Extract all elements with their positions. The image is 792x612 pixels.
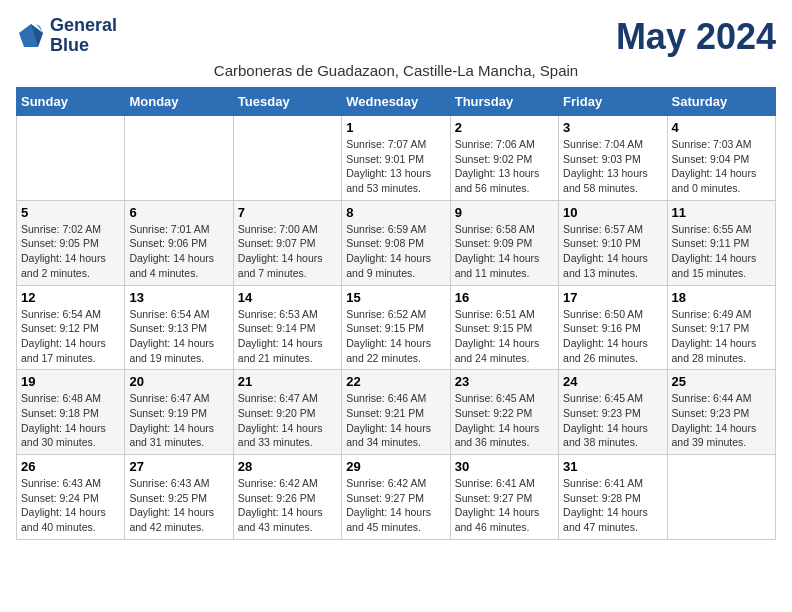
calendar-day-cell: 15Sunrise: 6:52 AM Sunset: 9:15 PM Dayli… xyxy=(342,285,450,370)
calendar-day-cell: 3Sunrise: 7:04 AM Sunset: 9:03 PM Daylig… xyxy=(559,116,667,201)
calendar-day-cell: 13Sunrise: 6:54 AM Sunset: 9:13 PM Dayli… xyxy=(125,285,233,370)
day-number: 4 xyxy=(672,120,771,135)
day-info: Sunrise: 6:57 AM Sunset: 9:10 PM Dayligh… xyxy=(563,222,662,281)
calendar-week-row: 26Sunrise: 6:43 AM Sunset: 9:24 PM Dayli… xyxy=(17,455,776,540)
day-number: 28 xyxy=(238,459,337,474)
weekday-header-row: SundayMondayTuesdayWednesdayThursdayFrid… xyxy=(17,88,776,116)
calendar-day-cell: 21Sunrise: 6:47 AM Sunset: 9:20 PM Dayli… xyxy=(233,370,341,455)
day-info: Sunrise: 6:43 AM Sunset: 9:24 PM Dayligh… xyxy=(21,476,120,535)
day-info: Sunrise: 6:54 AM Sunset: 9:12 PM Dayligh… xyxy=(21,307,120,366)
day-number: 7 xyxy=(238,205,337,220)
page-header: General Blue May 2024 xyxy=(16,16,776,58)
calendar-day-cell: 10Sunrise: 6:57 AM Sunset: 9:10 PM Dayli… xyxy=(559,200,667,285)
day-info: Sunrise: 7:03 AM Sunset: 9:04 PM Dayligh… xyxy=(672,137,771,196)
day-number: 2 xyxy=(455,120,554,135)
day-info: Sunrise: 6:46 AM Sunset: 9:21 PM Dayligh… xyxy=(346,391,445,450)
calendar-day-cell: 27Sunrise: 6:43 AM Sunset: 9:25 PM Dayli… xyxy=(125,455,233,540)
calendar-week-row: 19Sunrise: 6:48 AM Sunset: 9:18 PM Dayli… xyxy=(17,370,776,455)
calendar-day-cell: 18Sunrise: 6:49 AM Sunset: 9:17 PM Dayli… xyxy=(667,285,775,370)
calendar-day-cell: 9Sunrise: 6:58 AM Sunset: 9:09 PM Daylig… xyxy=(450,200,558,285)
logo-icon xyxy=(16,21,46,51)
day-info: Sunrise: 6:58 AM Sunset: 9:09 PM Dayligh… xyxy=(455,222,554,281)
day-info: Sunrise: 6:47 AM Sunset: 9:20 PM Dayligh… xyxy=(238,391,337,450)
calendar-day-cell: 2Sunrise: 7:06 AM Sunset: 9:02 PM Daylig… xyxy=(450,116,558,201)
day-number: 17 xyxy=(563,290,662,305)
day-number: 18 xyxy=(672,290,771,305)
calendar-day-cell: 4Sunrise: 7:03 AM Sunset: 9:04 PM Daylig… xyxy=(667,116,775,201)
day-number: 27 xyxy=(129,459,228,474)
location-title: Carboneras de Guadazaon, Castille-La Man… xyxy=(16,62,776,79)
logo-line1: General xyxy=(50,16,117,36)
weekday-header-cell: Tuesday xyxy=(233,88,341,116)
day-info: Sunrise: 6:51 AM Sunset: 9:15 PM Dayligh… xyxy=(455,307,554,366)
day-number: 26 xyxy=(21,459,120,474)
day-number: 6 xyxy=(129,205,228,220)
day-number: 19 xyxy=(21,374,120,389)
calendar-day-cell: 5Sunrise: 7:02 AM Sunset: 9:05 PM Daylig… xyxy=(17,200,125,285)
day-number: 24 xyxy=(563,374,662,389)
day-info: Sunrise: 6:41 AM Sunset: 9:27 PM Dayligh… xyxy=(455,476,554,535)
day-number: 25 xyxy=(672,374,771,389)
calendar-body: 1Sunrise: 7:07 AM Sunset: 9:01 PM Daylig… xyxy=(17,116,776,540)
calendar-day-cell: 24Sunrise: 6:45 AM Sunset: 9:23 PM Dayli… xyxy=(559,370,667,455)
day-number: 22 xyxy=(346,374,445,389)
day-info: Sunrise: 6:59 AM Sunset: 9:08 PM Dayligh… xyxy=(346,222,445,281)
day-info: Sunrise: 7:06 AM Sunset: 9:02 PM Dayligh… xyxy=(455,137,554,196)
day-info: Sunrise: 6:44 AM Sunset: 9:23 PM Dayligh… xyxy=(672,391,771,450)
calendar-day-cell xyxy=(17,116,125,201)
logo-line2: Blue xyxy=(50,36,117,56)
day-number: 10 xyxy=(563,205,662,220)
calendar-day-cell: 14Sunrise: 6:53 AM Sunset: 9:14 PM Dayli… xyxy=(233,285,341,370)
day-info: Sunrise: 6:50 AM Sunset: 9:16 PM Dayligh… xyxy=(563,307,662,366)
calendar-day-cell xyxy=(667,455,775,540)
calendar-week-row: 12Sunrise: 6:54 AM Sunset: 9:12 PM Dayli… xyxy=(17,285,776,370)
day-info: Sunrise: 6:49 AM Sunset: 9:17 PM Dayligh… xyxy=(672,307,771,366)
day-info: Sunrise: 6:45 AM Sunset: 9:23 PM Dayligh… xyxy=(563,391,662,450)
day-info: Sunrise: 7:02 AM Sunset: 9:05 PM Dayligh… xyxy=(21,222,120,281)
calendar-day-cell xyxy=(233,116,341,201)
day-info: Sunrise: 6:42 AM Sunset: 9:26 PM Dayligh… xyxy=(238,476,337,535)
day-number: 20 xyxy=(129,374,228,389)
calendar-day-cell: 12Sunrise: 6:54 AM Sunset: 9:12 PM Dayli… xyxy=(17,285,125,370)
month-title: May 2024 xyxy=(616,16,776,58)
calendar-day-cell: 1Sunrise: 7:07 AM Sunset: 9:01 PM Daylig… xyxy=(342,116,450,201)
calendar-day-cell: 11Sunrise: 6:55 AM Sunset: 9:11 PM Dayli… xyxy=(667,200,775,285)
weekday-header-cell: Wednesday xyxy=(342,88,450,116)
calendar-table: SundayMondayTuesdayWednesdayThursdayFrid… xyxy=(16,87,776,540)
calendar-day-cell: 30Sunrise: 6:41 AM Sunset: 9:27 PM Dayli… xyxy=(450,455,558,540)
day-number: 9 xyxy=(455,205,554,220)
day-number: 8 xyxy=(346,205,445,220)
calendar-day-cell: 28Sunrise: 6:42 AM Sunset: 9:26 PM Dayli… xyxy=(233,455,341,540)
calendar-day-cell: 6Sunrise: 7:01 AM Sunset: 9:06 PM Daylig… xyxy=(125,200,233,285)
day-number: 23 xyxy=(455,374,554,389)
day-info: Sunrise: 7:00 AM Sunset: 9:07 PM Dayligh… xyxy=(238,222,337,281)
calendar-day-cell: 31Sunrise: 6:41 AM Sunset: 9:28 PM Dayli… xyxy=(559,455,667,540)
day-info: Sunrise: 6:43 AM Sunset: 9:25 PM Dayligh… xyxy=(129,476,228,535)
calendar-day-cell: 17Sunrise: 6:50 AM Sunset: 9:16 PM Dayli… xyxy=(559,285,667,370)
day-number: 3 xyxy=(563,120,662,135)
day-info: Sunrise: 6:41 AM Sunset: 9:28 PM Dayligh… xyxy=(563,476,662,535)
calendar-day-cell: 20Sunrise: 6:47 AM Sunset: 9:19 PM Dayli… xyxy=(125,370,233,455)
calendar-week-row: 5Sunrise: 7:02 AM Sunset: 9:05 PM Daylig… xyxy=(17,200,776,285)
weekday-header-cell: Friday xyxy=(559,88,667,116)
calendar-week-row: 1Sunrise: 7:07 AM Sunset: 9:01 PM Daylig… xyxy=(17,116,776,201)
day-info: Sunrise: 6:48 AM Sunset: 9:18 PM Dayligh… xyxy=(21,391,120,450)
calendar-day-cell: 29Sunrise: 6:42 AM Sunset: 9:27 PM Dayli… xyxy=(342,455,450,540)
day-number: 16 xyxy=(455,290,554,305)
calendar-day-cell: 22Sunrise: 6:46 AM Sunset: 9:21 PM Dayli… xyxy=(342,370,450,455)
day-info: Sunrise: 6:42 AM Sunset: 9:27 PM Dayligh… xyxy=(346,476,445,535)
day-number: 21 xyxy=(238,374,337,389)
weekday-header-cell: Thursday xyxy=(450,88,558,116)
day-info: Sunrise: 6:53 AM Sunset: 9:14 PM Dayligh… xyxy=(238,307,337,366)
weekday-header-cell: Monday xyxy=(125,88,233,116)
day-number: 13 xyxy=(129,290,228,305)
calendar-day-cell: 16Sunrise: 6:51 AM Sunset: 9:15 PM Dayli… xyxy=(450,285,558,370)
day-info: Sunrise: 6:47 AM Sunset: 9:19 PM Dayligh… xyxy=(129,391,228,450)
calendar-day-cell: 25Sunrise: 6:44 AM Sunset: 9:23 PM Dayli… xyxy=(667,370,775,455)
day-info: Sunrise: 6:55 AM Sunset: 9:11 PM Dayligh… xyxy=(672,222,771,281)
day-number: 1 xyxy=(346,120,445,135)
day-number: 29 xyxy=(346,459,445,474)
day-info: Sunrise: 7:07 AM Sunset: 9:01 PM Dayligh… xyxy=(346,137,445,196)
weekday-header-cell: Saturday xyxy=(667,88,775,116)
calendar-day-cell: 23Sunrise: 6:45 AM Sunset: 9:22 PM Dayli… xyxy=(450,370,558,455)
